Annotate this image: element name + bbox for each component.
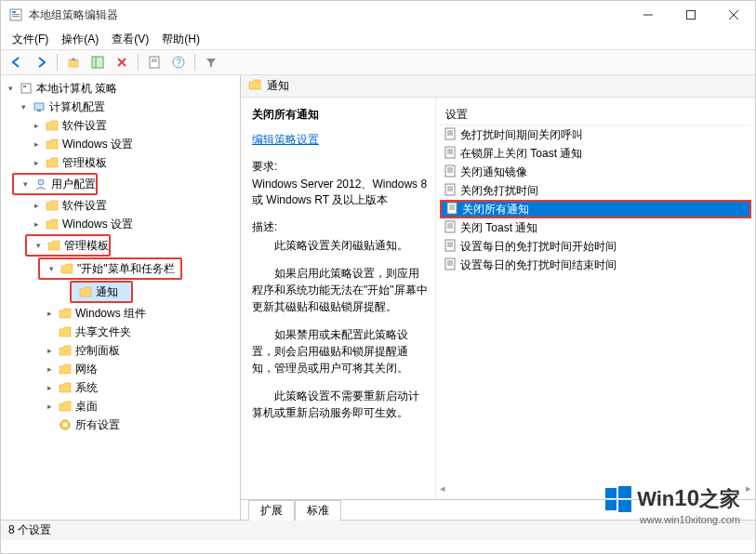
watermark-brand: Win10之家 — [637, 485, 740, 513]
edit-policy-link[interactable]: 编辑策略设置 — [252, 132, 428, 148]
expand-icon[interactable]: ▾ — [33, 236, 44, 255]
svg-rect-41 — [447, 203, 457, 214]
forward-button[interactable] — [31, 52, 51, 73]
tree-label: 桌面 — [75, 397, 98, 416]
list-item[interactable]: 在锁屏上关闭 Toast 通知 — [440, 144, 751, 163]
list-item[interactable]: 设置每日的免打扰时间结束时间 — [440, 256, 751, 274]
maximize-button[interactable] — [670, 1, 712, 29]
tree-u-windows[interactable]: ▸ Windows 设置 — [1, 215, 240, 233]
list-item[interactable]: 关闭 Toast 通知 — [440, 218, 751, 237]
menu-help[interactable]: 帮助(H) — [156, 30, 206, 49]
filter-button[interactable] — [201, 52, 221, 73]
minimize-button[interactable] — [627, 1, 670, 29]
tab-extended[interactable]: 扩展 — [248, 500, 295, 521]
svg-rect-59 — [605, 500, 617, 510]
svg-rect-57 — [605, 488, 617, 498]
tree-c-templates[interactable]: ▸ 管理模板 — [1, 153, 240, 172]
expand-icon[interactable]: ▸ — [31, 153, 42, 172]
description-label: 描述: — [252, 219, 428, 235]
tree-computer-config[interactable]: ▾ 计算机配置 — [1, 98, 240, 116]
app-icon — [8, 7, 23, 22]
requirements-label: 要求: — [252, 159, 428, 175]
menu-bar: 文件(F) 操作(A) 查看(V) 帮助(H) — [1, 29, 755, 49]
svg-rect-33 — [445, 165, 455, 177]
column-header-setting[interactable]: 设置 — [440, 105, 751, 125]
list-item[interactable]: 关闭所有通知 — [440, 200, 751, 218]
tree-notifications[interactable]: 通知 — [72, 283, 131, 301]
tree-all-settings[interactable]: 所有设置 — [1, 416, 240, 434]
folder-icon — [58, 306, 73, 321]
expand-icon[interactable]: ▸ — [31, 135, 42, 153]
up-button[interactable] — [63, 52, 84, 73]
tree-label: 管理模板 — [62, 153, 107, 172]
delete-button[interactable] — [112, 52, 132, 73]
expand-icon[interactable]: ▾ — [20, 175, 31, 193]
list-item[interactable]: 免打扰时间期间关闭呼叫 — [440, 125, 751, 144]
tree-label: 软件设置 — [62, 116, 107, 135]
menu-view[interactable]: 查看(V) — [106, 30, 154, 49]
tree-win-components[interactable]: ▸ Windows 组件 — [1, 304, 240, 323]
tree-desktop[interactable]: ▸ 桌面 — [1, 397, 240, 416]
tree-root[interactable]: ▾ 本地计算机 策略 — [1, 79, 240, 98]
tree-network[interactable]: ▸ 网络 — [1, 360, 240, 378]
expand-icon[interactable]: ▾ — [5, 79, 16, 98]
list-item[interactable]: 关闭免打扰时间 — [440, 181, 751, 200]
tree-label: Windows 设置 — [62, 135, 133, 153]
expand-icon[interactable]: ▸ — [31, 196, 42, 215]
requirements-text: Windows Server 2012、Windows 8 或 Windows … — [252, 177, 428, 208]
menu-file[interactable]: 文件(F) — [7, 30, 54, 49]
expand-icon[interactable]: ▸ — [31, 116, 42, 135]
tree-user-config[interactable]: ▾ 用户配置 — [14, 175, 96, 193]
toolbar-separator — [57, 54, 58, 71]
tree-system[interactable]: ▸ 系统 — [1, 378, 240, 397]
expand-icon[interactable]: ▸ — [44, 378, 55, 397]
list-item[interactable]: 关闭通知镜像 — [440, 163, 751, 181]
properties-button[interactable] — [144, 52, 165, 73]
tab-standard[interactable]: 标准 — [295, 500, 341, 521]
tree-c-software[interactable]: ▸ 软件设置 — [1, 116, 240, 135]
svg-point-24 — [63, 423, 67, 427]
expand-icon[interactable]: ▸ — [31, 215, 42, 233]
tree-label: 所有设置 — [75, 416, 120, 434]
right-pane: 通知 关闭所有通知 编辑策略设置 要求: Windows Server 2012… — [241, 75, 755, 520]
expand-icon[interactable]: ▸ — [44, 360, 55, 378]
list-item[interactable]: 设置每日的免打扰时间开始时间 — [440, 237, 751, 256]
svg-text:?: ? — [176, 58, 181, 68]
help-button[interactable]: ? — [168, 52, 189, 73]
show-hide-tree-button[interactable] — [87, 52, 108, 73]
tree-shared-folders[interactable]: 共享文件夹 — [1, 323, 240, 341]
list-item-label: 关闭免打扰时间 — [460, 183, 538, 199]
svg-rect-45 — [445, 221, 455, 232]
expand-icon[interactable]: ▾ — [46, 259, 57, 278]
list-item-label: 关闭 Toast 通知 — [460, 220, 537, 236]
expand-icon[interactable]: ▾ — [18, 98, 29, 116]
back-button[interactable] — [7, 52, 27, 73]
svg-rect-8 — [69, 59, 78, 67]
description-p4: 此策略设置不需要重新启动计算机或重新启动服务即可生效。 — [252, 388, 428, 421]
policy-icon — [19, 81, 33, 96]
tree-label: 网络 — [75, 360, 98, 378]
tree-label: Windows 设置 — [62, 215, 133, 233]
tree-pane[interactable]: ▾ 本地计算机 策略 ▾ 计算机配置 ▸ 软件设置 ▸ Windows 设置 ▸… — [1, 75, 241, 520]
expand-icon[interactable]: ▸ — [44, 341, 55, 360]
list-header: 通知 — [241, 75, 755, 98]
tree-start-taskbar[interactable]: ▾ "开始"菜单和任务栏 — [40, 259, 180, 278]
tree-c-windows[interactable]: ▸ Windows 设置 — [1, 135, 240, 153]
tree-control-panel[interactable]: ▸ 控制面板 — [1, 341, 240, 360]
scroll-left-icon[interactable]: ◂ — [440, 482, 445, 497]
svg-rect-60 — [618, 500, 631, 512]
expand-icon[interactable]: ▸ — [44, 397, 55, 416]
expand-icon[interactable]: ▸ — [44, 304, 55, 323]
tree-u-templates[interactable]: ▾ 管理模板 — [27, 236, 109, 255]
tree-u-software[interactable]: ▸ 软件设置 — [1, 196, 240, 215]
window-controls — [627, 1, 755, 29]
svg-rect-13 — [150, 57, 159, 68]
close-button[interactable] — [712, 1, 755, 29]
tree-label: Windows 组件 — [75, 304, 146, 323]
menu-action[interactable]: 操作(A) — [56, 30, 104, 49]
settings-list[interactable]: 设置 免打扰时间期间关闭呼叫在锁屏上关闭 Toast 通知关闭通知镜像关闭免打扰… — [436, 98, 755, 499]
scroll-right-icon[interactable]: ▸ — [746, 482, 751, 497]
svg-rect-53 — [445, 258, 455, 270]
content-area: ▾ 本地计算机 策略 ▾ 计算机配置 ▸ 软件设置 ▸ Windows 设置 ▸… — [1, 75, 755, 520]
svg-rect-29 — [445, 147, 455, 158]
